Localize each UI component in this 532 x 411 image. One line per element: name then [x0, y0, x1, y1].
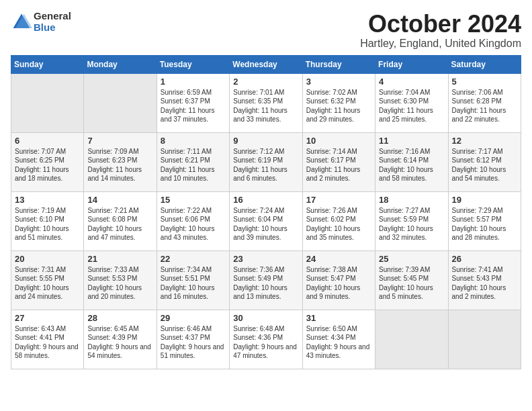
sunrise: Sunrise: 7:04 AM: [379, 89, 430, 96]
cell-content: Sunrise: 6:59 AM Sunset: 6:37 PM Dayligh…: [161, 88, 226, 124]
day-cell: 30 Sunrise: 6:48 AM Sunset: 4:36 PM Dayl…: [230, 310, 302, 369]
calendar-body: 1 Sunrise: 6:59 AM Sunset: 6:37 PM Dayli…: [11, 73, 521, 369]
week-row-4: 20 Sunrise: 7:31 AM Sunset: 5:55 PM Dayl…: [11, 250, 521, 310]
sunset: Sunset: 5:49 PM: [233, 275, 283, 282]
week-row-5: 27 Sunrise: 6:43 AM Sunset: 4:41 PM Dayl…: [11, 310, 521, 369]
cell-content: Sunrise: 6:43 AM Sunset: 4:41 PM Dayligh…: [15, 324, 80, 361]
day-number: 6: [15, 136, 80, 146]
day-cell: 27 Sunrise: 6:43 AM Sunset: 4:41 PM Dayl…: [11, 310, 84, 369]
day-cell: 17 Sunrise: 7:26 AM Sunset: 6:02 PM Dayl…: [302, 191, 375, 250]
day-cell: 8 Sunrise: 7:11 AM Sunset: 6:21 PM Dayli…: [157, 132, 229, 191]
daylight: Daylight: 11 hours and 10 minutes.: [161, 166, 215, 183]
daylight: Daylight: 11 hours and 2 minutes.: [306, 166, 361, 183]
page-header: General Blue October 2024 Hartley, Engla…: [11, 11, 521, 50]
sunrise: Sunrise: 7:12 AM: [233, 148, 284, 155]
day-cell: [448, 310, 521, 369]
sunset: Sunset: 6:19 PM: [233, 156, 283, 164]
day-number: 1: [161, 77, 226, 87]
sunrise: Sunrise: 6:43 AM: [15, 325, 66, 332]
day-number: 28: [87, 313, 152, 323]
day-cell: 5 Sunrise: 7:06 AM Sunset: 6:28 PM Dayli…: [448, 73, 521, 132]
day-cell: [84, 73, 157, 132]
daylight: Daylight: 9 hours and 58 minutes.: [15, 343, 79, 360]
day-number: 2: [233, 77, 298, 87]
sunrise: Sunrise: 7:09 AM: [87, 148, 138, 155]
daylight: Daylight: 10 hours and 16 minutes.: [161, 284, 215, 301]
sunset: Sunset: 5:53 PM: [87, 275, 137, 282]
daylight: Daylight: 11 hours and 22 minutes.: [452, 107, 506, 124]
cell-content: Sunrise: 7:22 AM Sunset: 6:06 PM Dayligh…: [161, 206, 226, 242]
cell-content: Sunrise: 7:02 AM Sunset: 6:32 PM Dayligh…: [306, 88, 371, 124]
daylight: Daylight: 9 hours and 54 minutes.: [87, 343, 151, 360]
logo-blue: Blue: [34, 22, 71, 34]
cell-content: Sunrise: 7:36 AM Sunset: 5:49 PM Dayligh…: [233, 265, 298, 302]
cell-content: Sunrise: 7:19 AM Sunset: 6:10 PM Dayligh…: [15, 206, 80, 242]
daylight: Daylight: 9 hours and 51 minutes.: [161, 343, 224, 360]
day-cell: [11, 73, 84, 132]
daylight: Daylight: 11 hours and 18 minutes.: [15, 166, 69, 183]
day-number: 24: [306, 254, 371, 264]
day-number: 5: [452, 77, 517, 87]
day-number: 7: [87, 136, 152, 146]
day-number: 23: [233, 254, 298, 264]
day-number: 20: [15, 254, 80, 264]
sunrise: Sunrise: 7:06 AM: [452, 89, 503, 96]
sunset: Sunset: 4:39 PM: [87, 334, 137, 341]
sunset: Sunset: 6:25 PM: [15, 156, 64, 164]
day-cell: 20 Sunrise: 7:31 AM Sunset: 5:55 PM Dayl…: [11, 250, 84, 310]
sunrise: Sunrise: 7:41 AM: [452, 266, 503, 273]
header-cell-thursday: Thursday: [302, 55, 375, 73]
daylight: Daylight: 10 hours and 43 minutes.: [161, 225, 215, 242]
day-number: 17: [306, 195, 371, 205]
cell-content: Sunrise: 7:11 AM Sunset: 6:21 PM Dayligh…: [161, 147, 226, 183]
calendar-table: SundayMondayTuesdayWednesdayThursdayFrid…: [11, 55, 521, 369]
sunrise: Sunrise: 7:07 AM: [15, 148, 66, 155]
day-number: 3: [306, 77, 371, 87]
day-cell: 15 Sunrise: 7:22 AM Sunset: 6:06 PM Dayl…: [157, 191, 229, 250]
header-cell-saturday: Saturday: [448, 55, 521, 73]
week-row-2: 6 Sunrise: 7:07 AM Sunset: 6:25 PM Dayli…: [11, 132, 521, 191]
day-cell: 13 Sunrise: 7:19 AM Sunset: 6:10 PM Dayl…: [11, 191, 84, 250]
cell-content: Sunrise: 7:21 AM Sunset: 6:08 PM Dayligh…: [87, 206, 152, 242]
sunset: Sunset: 6:32 PM: [306, 97, 356, 105]
cell-content: Sunrise: 7:14 AM Sunset: 6:17 PM Dayligh…: [306, 147, 371, 183]
day-number: 12: [452, 136, 517, 146]
day-number: 21: [87, 254, 152, 264]
daylight: Daylight: 11 hours and 33 minutes.: [233, 107, 287, 124]
daylight: Daylight: 11 hours and 25 minutes.: [379, 107, 433, 124]
daylight: Daylight: 11 hours and 6 minutes.: [233, 166, 287, 183]
sunset: Sunset: 6:10 PM: [15, 216, 64, 223]
cell-content: Sunrise: 7:16 AM Sunset: 6:14 PM Dayligh…: [379, 147, 444, 183]
cell-content: Sunrise: 7:09 AM Sunset: 6:23 PM Dayligh…: [87, 147, 152, 183]
day-cell: 24 Sunrise: 7:38 AM Sunset: 5:47 PM Dayl…: [302, 250, 375, 310]
cell-content: Sunrise: 7:33 AM Sunset: 5:53 PM Dayligh…: [87, 265, 152, 302]
day-number: 29: [161, 313, 226, 323]
sunrise: Sunrise: 7:21 AM: [87, 207, 138, 214]
cell-content: Sunrise: 7:12 AM Sunset: 6:19 PM Dayligh…: [233, 147, 298, 183]
day-cell: 3 Sunrise: 7:02 AM Sunset: 6:32 PM Dayli…: [302, 73, 375, 132]
sunrise: Sunrise: 7:17 AM: [452, 148, 503, 155]
sunrise: Sunrise: 7:39 AM: [379, 266, 430, 273]
logo: General Blue: [11, 11, 71, 33]
sunset: Sunset: 5:57 PM: [452, 216, 502, 223]
day-cell: 29 Sunrise: 6:46 AM Sunset: 4:37 PM Dayl…: [157, 310, 229, 369]
day-cell: 1 Sunrise: 6:59 AM Sunset: 6:37 PM Dayli…: [157, 73, 229, 132]
sunrise: Sunrise: 6:50 AM: [306, 325, 357, 332]
sunrise: Sunrise: 7:02 AM: [306, 89, 357, 96]
location: Hartley, England, United Kingdom: [360, 38, 521, 50]
sunrise: Sunrise: 6:45 AM: [87, 325, 138, 332]
day-cell: 28 Sunrise: 6:45 AM Sunset: 4:39 PM Dayl…: [84, 310, 157, 369]
header-row: SundayMondayTuesdayWednesdayThursdayFrid…: [11, 55, 521, 73]
sunrise: Sunrise: 7:36 AM: [233, 266, 284, 273]
sunrise: Sunrise: 7:16 AM: [379, 148, 430, 155]
daylight: Daylight: 9 hours and 43 minutes.: [306, 343, 370, 360]
day-number: 19: [452, 195, 517, 205]
sunrise: Sunrise: 6:46 AM: [161, 325, 212, 332]
sunset: Sunset: 4:34 PM: [306, 334, 356, 341]
daylight: Daylight: 10 hours and 20 minutes.: [87, 284, 142, 301]
cell-content: Sunrise: 7:39 AM Sunset: 5:45 PM Dayligh…: [379, 265, 444, 302]
daylight: Daylight: 10 hours and 39 minutes.: [233, 225, 287, 242]
day-number: 9: [233, 136, 298, 146]
day-number: 26: [452, 254, 517, 264]
day-cell: 21 Sunrise: 7:33 AM Sunset: 5:53 PM Dayl…: [84, 250, 157, 310]
